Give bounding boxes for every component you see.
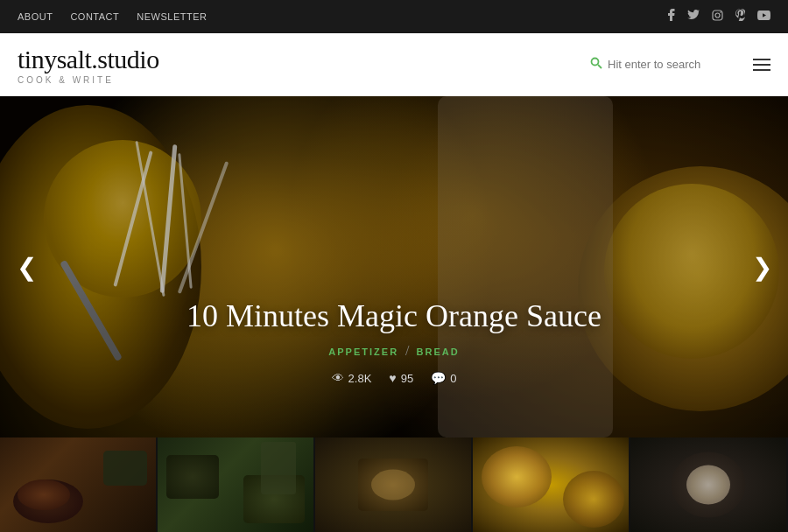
header-right [590, 57, 770, 73]
logo-text: tinysalt.studio [18, 45, 159, 74]
comments-icon: 💬 [431, 371, 446, 385]
top-navigation: ABOUT CONTACT NEWSLETTER [0, 0, 788, 33]
svg-point-3 [592, 58, 599, 65]
search-input[interactable] [608, 58, 739, 71]
search-area [590, 57, 739, 73]
hero-content: 10 Minutes Magic Orange Sauce APPETIZER … [0, 298, 788, 385]
category-bread[interactable]: BREAD [417, 346, 460, 357]
likes-count: 95 [401, 372, 413, 385]
thumbnail-2[interactable] [158, 438, 315, 532]
comments-count: 0 [450, 372, 456, 385]
youtube-icon[interactable] [757, 10, 770, 24]
search-icon [590, 57, 602, 73]
top-nav-links: ABOUT CONTACT NEWSLETTER [18, 11, 207, 22]
logo[interactable]: tinysalt.studio COOK & WRITE [18, 45, 159, 85]
next-arrow[interactable]: ❯ [744, 249, 779, 284]
logo-tagline: COOK & WRITE [18, 75, 114, 85]
svg-point-1 [715, 13, 720, 18]
hero-categories: APPETIZER / BREAD [0, 343, 788, 359]
category-separator: / [405, 343, 412, 358]
views-stat: 👁 2.8K [332, 371, 372, 385]
svg-line-4 [598, 65, 602, 68]
hero-stats: 👁 2.8K ♥ 95 💬 0 [0, 371, 788, 385]
newsletter-link[interactable]: NEWSLETTER [137, 11, 207, 22]
pinterest-icon[interactable] [735, 9, 745, 24]
thumbnail-3[interactable] [315, 438, 473, 532]
contact-link[interactable]: CONTACT [70, 11, 119, 22]
category-appetizer[interactable]: APPETIZER [328, 346, 398, 357]
thumbnail-4[interactable] [473, 438, 630, 532]
thumbnail-strip [0, 438, 788, 532]
comments-stat: 💬 0 [431, 371, 456, 385]
thumbnail-5[interactable] [630, 438, 788, 532]
social-links [668, 9, 770, 24]
views-count: 2.8K [348, 372, 372, 385]
instagram-icon[interactable] [712, 10, 723, 24]
likes-stat: ♥ 95 [389, 371, 413, 385]
facebook-icon[interactable] [668, 9, 675, 24]
svg-point-2 [720, 11, 721, 13]
hero-section: 10 Minutes Magic Orange Sauce APPETIZER … [0, 96, 788, 438]
hamburger-menu[interactable] [753, 59, 770, 71]
likes-icon: ♥ [389, 371, 396, 385]
twitter-icon[interactable] [687, 10, 700, 24]
site-header: tinysalt.studio COOK & WRITE [0, 33, 788, 96]
thumbnail-1[interactable] [0, 438, 158, 532]
prev-arrow[interactable]: ❮ [9, 249, 44, 284]
views-icon: 👁 [332, 371, 344, 385]
hero-title: 10 Minutes Magic Orange Sauce [0, 298, 788, 334]
about-link[interactable]: ABOUT [18, 11, 53, 22]
